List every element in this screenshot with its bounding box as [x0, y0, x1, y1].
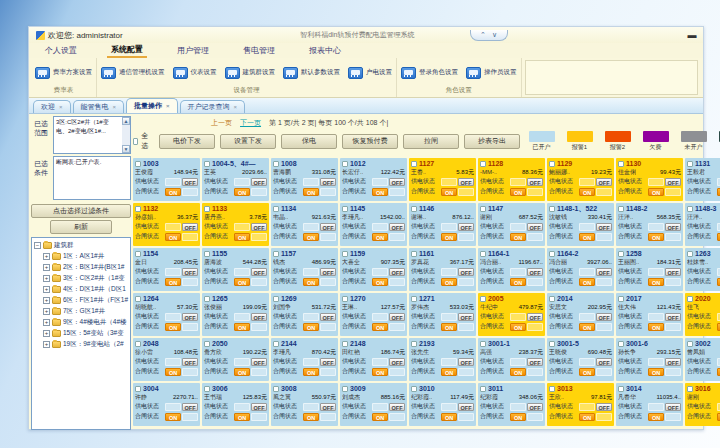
- on-pill[interactable]: ON: [303, 368, 319, 376]
- meter-card[interactable]: 1128-MM-..88.36元供电状态OFF合闸状态ON: [478, 158, 545, 201]
- off-pill[interactable]: [389, 368, 405, 376]
- off-pill[interactable]: OFF: [251, 313, 267, 321]
- on-pill[interactable]: [510, 403, 526, 411]
- on-pill[interactable]: ON: [372, 278, 388, 286]
- meter-card[interactable]: 1154金日208.45元供电状态OFF合闸状态ON: [133, 248, 200, 291]
- on-pill[interactable]: [234, 313, 250, 321]
- meter-card[interactable]: 1161罗真花367.17元供电状态OFF合闸状态ON: [409, 248, 476, 291]
- off-pill[interactable]: [596, 188, 612, 196]
- meter-card[interactable]: 3013王欣..97.81元供电状态OFF合闸状态ON: [547, 383, 614, 426]
- card-checkbox[interactable]: [411, 161, 417, 167]
- meter-card[interactable]: 3016谢刚339.25元供电状态OFF合闸状态ON: [685, 383, 720, 426]
- off-pill[interactable]: [320, 413, 336, 421]
- on-pill[interactable]: ON: [372, 233, 388, 241]
- expander-icon[interactable]: +: [43, 308, 50, 315]
- off-pill[interactable]: OFF: [182, 178, 198, 186]
- card-checkbox[interactable]: [204, 161, 210, 167]
- off-pill[interactable]: OFF: [458, 313, 474, 321]
- scrollbar-up-icon[interactable]: ▲: [122, 117, 130, 125]
- off-pill[interactable]: OFF: [665, 223, 681, 231]
- meter-card[interactable]: 3009刘成杰885.16元供电状态OFF合闸状态ON: [340, 383, 407, 426]
- menu-item-2[interactable]: 系统配置: [107, 43, 147, 58]
- select-all[interactable]: 全选: [133, 131, 150, 151]
- chevron-up-icon[interactable]: ⌃: [480, 31, 486, 39]
- selected-range-listbox[interactable]: 3区:C区2#井（1#变电、2#变电/区1#... ▲ ▼: [53, 116, 131, 154]
- off-pill[interactable]: [251, 323, 267, 331]
- on-pill[interactable]: ON: [579, 368, 595, 376]
- off-pill[interactable]: [389, 413, 405, 421]
- toolbar-button[interactable]: 电价下发: [159, 134, 215, 149]
- meter-card[interactable]: 1131王毅君137.59元供电状态OFF合闸状态ON: [685, 158, 720, 201]
- on-pill[interactable]: [441, 178, 457, 186]
- off-pill[interactable]: [665, 278, 681, 286]
- meter-card[interactable]: 1004-5、4#—王英2029.66..供电状态OFF合闸状态ON: [202, 158, 269, 201]
- on-pill[interactable]: [165, 403, 181, 411]
- off-pill[interactable]: OFF: [596, 223, 612, 231]
- card-checkbox[interactable]: [549, 206, 555, 212]
- meter-card[interactable]: 1264胡晓航..57.30元供电状态OFF合闸状态ON: [133, 293, 200, 336]
- tree-node[interactable]: +4区：D区1#井（D区1: [43, 284, 128, 295]
- meter-card[interactable]: 3001-5王晓俊690.48元供电状态OFF合闸状态ON: [547, 338, 614, 381]
- off-pill[interactable]: OFF: [665, 178, 681, 186]
- ribbon-button[interactable]: 费率方案设置: [35, 67, 92, 79]
- off-pill[interactable]: OFF: [458, 268, 474, 276]
- on-pill[interactable]: [510, 268, 526, 276]
- meter-card[interactable]: 1270王琳..127.57元供电状态OFF合闸状态ON: [340, 293, 407, 336]
- on-pill[interactable]: [234, 358, 250, 366]
- toolbar-button[interactable]: 保电: [281, 134, 337, 149]
- card-checkbox[interactable]: [204, 251, 210, 257]
- meter-card[interactable]: 1147谢刚687.52元供电状态OFF合闸状态ON: [478, 203, 545, 246]
- on-pill[interactable]: [303, 223, 319, 231]
- card-checkbox[interactable]: [204, 296, 210, 302]
- off-pill[interactable]: [665, 233, 681, 241]
- meter-card[interactable]: 1263桂妹雪..184.45元供电状态OFF合闸状态ON: [685, 248, 720, 291]
- meter-card[interactable]: 2193张先生59.34元供电状态OFF合闸状态ON: [409, 338, 476, 381]
- off-pill[interactable]: OFF: [251, 178, 267, 186]
- card-checkbox[interactable]: [273, 296, 279, 302]
- off-pill[interactable]: [458, 413, 474, 421]
- off-pill[interactable]: [665, 413, 681, 421]
- card-checkbox[interactable]: [342, 341, 348, 347]
- off-pill[interactable]: [596, 368, 612, 376]
- off-pill[interactable]: [527, 188, 543, 196]
- on-pill[interactable]: [579, 358, 595, 366]
- meter-card[interactable]: 1164-1冯合丽..1196.67..供电状态OFF合闸状态ON: [478, 248, 545, 291]
- off-pill[interactable]: [182, 368, 198, 376]
- on-pill[interactable]: [165, 313, 181, 321]
- off-pill[interactable]: OFF: [527, 313, 543, 321]
- off-pill[interactable]: OFF: [182, 358, 198, 366]
- card-checkbox[interactable]: [411, 386, 417, 392]
- off-pill[interactable]: [596, 278, 612, 286]
- on-pill[interactable]: ON: [579, 323, 595, 331]
- on-pill[interactable]: [510, 358, 526, 366]
- off-pill[interactable]: OFF: [182, 403, 198, 411]
- off-pill[interactable]: OFF: [251, 403, 267, 411]
- meter-card[interactable]: 2017佳大伟121.43元供电状态OFF合闸状态ON: [616, 293, 683, 336]
- off-pill[interactable]: OFF: [320, 313, 336, 321]
- on-pill[interactable]: [303, 358, 319, 366]
- card-checkbox[interactable]: [618, 341, 624, 347]
- off-pill[interactable]: [527, 368, 543, 376]
- toolbar-button[interactable]: 抄表导出: [464, 134, 520, 149]
- card-checkbox[interactable]: [480, 341, 486, 347]
- on-pill[interactable]: ON: [165, 413, 181, 421]
- card-checkbox[interactable]: [135, 386, 141, 392]
- on-pill[interactable]: [579, 268, 595, 276]
- off-pill[interactable]: [458, 233, 474, 241]
- off-pill[interactable]: [251, 278, 267, 286]
- off-pill[interactable]: OFF: [458, 223, 474, 231]
- tree-node[interactable]: +19区：9#变电站（2#: [43, 339, 128, 350]
- ribbon-collapse-pill[interactable]: ⌃ ∨: [470, 30, 508, 41]
- off-pill[interactable]: OFF: [665, 268, 681, 276]
- meter-card[interactable]: 1164-2冯合丽3927.06..供电状态OFF合闸状态ON: [547, 248, 614, 291]
- on-pill[interactable]: ON: [165, 188, 181, 196]
- card-checkbox[interactable]: [618, 161, 624, 167]
- meter-card[interactable]: 1155唐海波544.28元供电状态OFF合闸状态ON: [202, 248, 269, 291]
- off-pill[interactable]: [251, 188, 267, 196]
- menu-item-3[interactable]: 用户管理: [173, 44, 213, 57]
- card-checkbox[interactable]: [411, 206, 417, 212]
- card-checkbox[interactable]: [549, 251, 555, 257]
- ribbon-button[interactable]: 通信管理机设置: [101, 67, 165, 79]
- on-pill[interactable]: ON: [441, 233, 457, 241]
- on-pill[interactable]: ON: [303, 188, 319, 196]
